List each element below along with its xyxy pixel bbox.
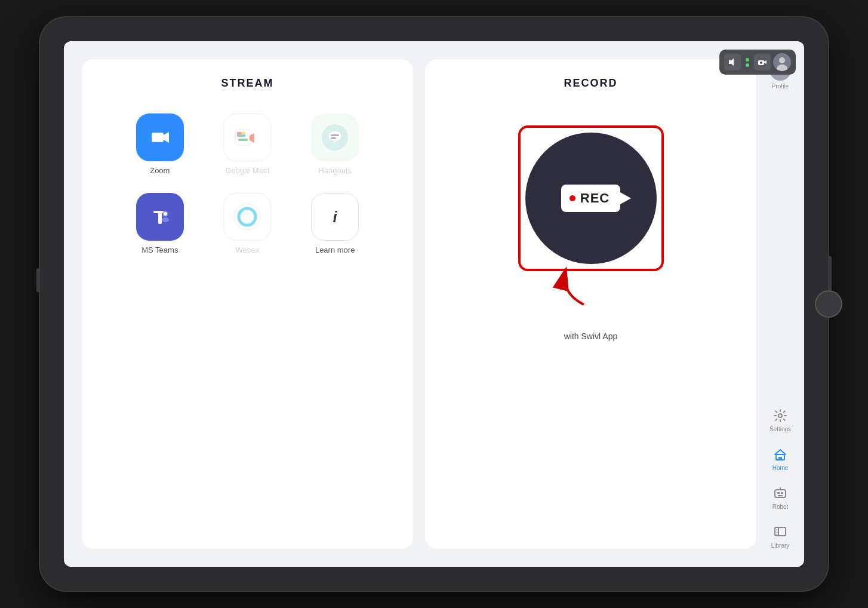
svg-point-4 [779, 57, 785, 63]
sidebar-item-settings[interactable]: Settings [759, 402, 801, 438]
rec-badge: REC [561, 185, 620, 212]
svg-rect-14 [331, 134, 339, 136]
webex-app-item[interactable]: Webex [210, 193, 285, 254]
svg-point-2 [760, 62, 762, 64]
zoom-icon [136, 113, 184, 161]
arrow-annotation [548, 263, 596, 313]
sidebar-item-library[interactable]: Library [759, 518, 801, 555]
svg-rect-18 [158, 211, 162, 224]
settings-label: Settings [769, 426, 791, 432]
svg-rect-29 [775, 490, 786, 498]
speaker-icon [724, 54, 741, 70]
learn-more-label: Learn more [315, 245, 355, 254]
record-title: RECORD [564, 77, 617, 90]
volume-button[interactable] [36, 268, 40, 292]
record-circle: REC [525, 133, 657, 264]
hangouts-app-item[interactable]: Hangouts [297, 113, 373, 175]
top-bar-avatar [773, 53, 791, 71]
svg-point-26 [778, 414, 782, 417]
svg-point-20 [164, 212, 167, 216]
zoom-app-item[interactable]: Zoom [122, 113, 198, 175]
home-physical-button[interactable] [815, 290, 842, 318]
camera-status-icon [754, 54, 771, 70]
rec-dot [570, 195, 575, 201]
stream-title: STREAM [221, 77, 274, 90]
tablet-screen: STREAM Zoom [64, 41, 804, 567]
main-area: STREAM Zoom [64, 41, 756, 567]
svg-rect-0 [729, 60, 731, 64]
home-label: Home [772, 465, 789, 471]
robot-label: Robot [772, 503, 789, 510]
svg-rect-7 [152, 133, 164, 142]
top-bar [719, 50, 796, 75]
google-meet-app-item[interactable]: Google Meet [210, 113, 285, 175]
svg-point-32 [780, 487, 781, 489]
webex-icon [223, 193, 271, 241]
svg-rect-30 [777, 492, 780, 494]
zoom-label: Zoom [150, 166, 170, 175]
google-meet-icon [223, 113, 271, 161]
ms-teams-label: MS Teams [141, 245, 178, 254]
tablet-device: STREAM Zoom [40, 17, 828, 591]
rec-text: REC [580, 191, 610, 206]
svg-rect-31 [781, 492, 783, 494]
home-icon [772, 447, 788, 462]
hangouts-icon [311, 113, 359, 161]
library-label: Library [771, 542, 790, 549]
record-red-border: REC [518, 125, 664, 271]
google-meet-label: Google Meet [225, 166, 269, 175]
ms-teams-app-item[interactable]: MS Teams [122, 193, 198, 254]
svg-point-21 [162, 217, 169, 222]
learn-more-app-item[interactable]: i Learn more [297, 193, 373, 254]
svg-rect-11 [238, 139, 248, 141]
profile-label: Profile [772, 83, 789, 90]
svg-point-24 [245, 210, 250, 215]
camera-wing [620, 192, 631, 204]
svg-rect-28 [778, 457, 782, 460]
sidebar-item-robot[interactable]: Robot [759, 480, 801, 516]
hangouts-label: Hangouts [318, 166, 352, 175]
robot-icon [772, 486, 788, 501]
app-grid: Zoom [122, 113, 373, 254]
svg-rect-8 [235, 130, 250, 145]
stream-panel: STREAM Zoom [82, 59, 413, 549]
power-button [828, 256, 832, 292]
webex-label: Webex [235, 245, 259, 254]
sidebar-item-home[interactable]: Home [759, 441, 801, 477]
record-panel: RECORD REC [425, 59, 756, 549]
svg-rect-15 [331, 137, 336, 139]
library-icon [772, 524, 788, 540]
settings-icon [772, 408, 788, 423]
record-button-area[interactable]: REC [518, 125, 664, 271]
record-label: with Swivl App [564, 331, 617, 341]
ms-teams-icon [136, 193, 184, 241]
sidebar: JB Profile Settings [756, 41, 804, 567]
record-subtitle-area: with Swivl App [564, 331, 617, 342]
learn-more-icon: i [311, 193, 359, 241]
